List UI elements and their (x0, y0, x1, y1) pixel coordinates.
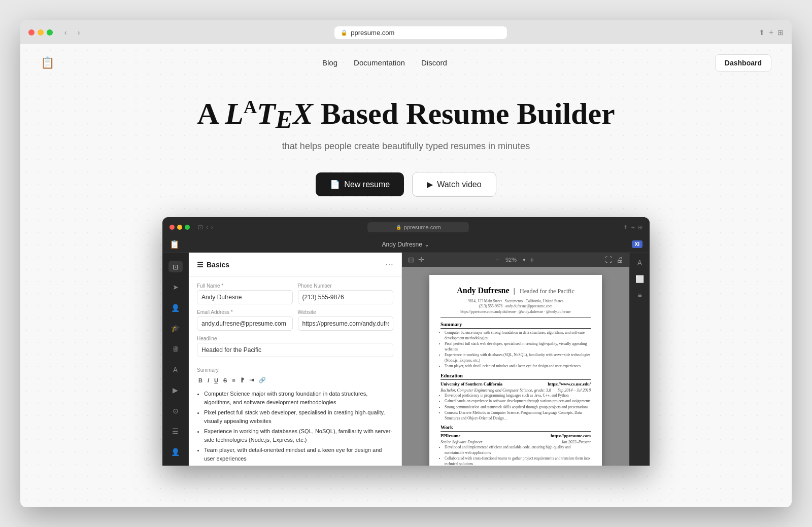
new-resume-label: New resume (344, 180, 390, 189)
fullscreen-icon[interactable]: ⛶ (605, 256, 612, 264)
maximize-button[interactable] (47, 29, 53, 36)
headline-input[interactable] (197, 343, 393, 357)
inner-sidebar: ⊡ ➤ 👤 🎓 🖥 A ▶ ⊙ ☰ 👤 (162, 253, 189, 466)
latex-text: LATEX (225, 97, 313, 130)
sidebar-send-icon[interactable]: ➤ (168, 282, 183, 293)
summary-item: Experience in working with databases (SQ… (204, 427, 393, 444)
traffic-lights (28, 29, 53, 36)
browser-chrome: ‹ › 🔒 ppresume.com ⬆ + ⊞ (20, 20, 792, 44)
right-square-icon[interactable]: ⬜ (635, 275, 644, 283)
lock-icon: 🔒 (341, 29, 348, 36)
preview-toolbar: ⊡ ✛ − 92% ▾ + ⛶ 🖨 (402, 253, 629, 267)
sidebar-education-icon[interactable]: 🎓 (168, 323, 183, 334)
share-icon[interactable]: ⬆ (759, 28, 765, 37)
bold-button[interactable]: B (197, 376, 204, 384)
hero-subtitle: that helps people create beautifully typ… (30, 141, 782, 152)
phone-input[interactable] (298, 290, 394, 304)
section-title: ☰ Basics (197, 261, 229, 269)
right-toolbar: A ⬜ ≡ (629, 253, 650, 466)
indent-button[interactable]: ⇥ (248, 376, 255, 384)
resume-separator: | (514, 287, 517, 295)
sidebar-groups-icon[interactable]: ⊙ (168, 405, 183, 416)
preview-page-icon[interactable]: ⊡ (408, 256, 414, 264)
full-name-field: Full Name * (197, 283, 293, 304)
browser-controls: ‹ › (61, 28, 83, 37)
resume-education-title: Education (441, 372, 591, 380)
resume-links: https://ppresume.com/andy.dufresne · @an… (441, 309, 591, 315)
watch-video-button[interactable]: ▶ Watch video (412, 172, 496, 197)
site-nav: 📋 Blog Documentation Discord Dashboard (20, 44, 792, 82)
inner-close (170, 225, 175, 230)
hero-section: A LATEX Based Resume Builder that helps … (20, 82, 792, 218)
right-list-icon[interactable]: ≡ (637, 291, 641, 299)
inner-url: ppresume.com (404, 224, 441, 230)
resume-address: 9814, 123 Main Street · Sacramento · Cal… (441, 299, 591, 304)
sidebar-people-icon[interactable]: 👤 (168, 302, 183, 313)
close-button[interactable] (28, 29, 35, 36)
phone-label: Phone Number (298, 283, 394, 289)
resume-summary-title: Summary (441, 321, 591, 329)
inner-address-bar: 🔒 ppresume.com (367, 222, 469, 232)
more-icon[interactable]: ⋯ (385, 260, 393, 269)
ordered-list-button[interactable]: ⁋ (239, 376, 246, 384)
play-icon: ▶ (427, 180, 433, 189)
print-icon[interactable]: 🖨 (616, 256, 623, 264)
website-input[interactable] (298, 317, 394, 331)
name-phone-row: Full Name * Phone Number (197, 283, 393, 304)
website-label: Website (298, 309, 394, 315)
address-bar[interactable]: 🔒 ppresume.com (334, 26, 507, 39)
underline-button[interactable]: U (213, 376, 220, 384)
email-label: Email Address * (197, 309, 293, 315)
inner-traffic-lights (170, 225, 190, 230)
back-button[interactable]: ‹ (61, 28, 70, 37)
editor-panel: ☰ Basics ⋯ Full Name * Phone Nu (189, 253, 402, 466)
sidebar-screen-icon[interactable]: 🖥 (168, 343, 183, 355)
dashboard-button[interactable]: Dashboard (715, 54, 771, 72)
basics-icon: ☰ (197, 261, 204, 269)
sidebar-lang-icon[interactable]: A (168, 364, 183, 375)
resume-work-bullets: Developed and implemented efficient and … (445, 445, 591, 466)
summary-item: Team player, with detail-oriented mindse… (204, 446, 393, 463)
resume-summary-list: Computer Science major with strong found… (445, 330, 591, 369)
sidebar-user-icon[interactable]: 👤 (168, 446, 183, 458)
full-name-input[interactable] (197, 290, 293, 304)
zoom-dropdown-icon[interactable]: ▾ (523, 257, 526, 263)
email-input[interactable] (197, 317, 293, 331)
preview-move-icon[interactable]: ✛ (418, 256, 424, 264)
link-button[interactable]: 🔗 (257, 376, 267, 384)
summary-content[interactable]: Computer Science major with strong found… (197, 388, 393, 466)
editor-header: ☰ Basics ⋯ (189, 253, 401, 277)
grid-icon[interactable]: ⊞ (777, 28, 784, 37)
browser-toolbar: ‹ › 🔒 ppresume.com ⬆ + ⊞ (28, 26, 784, 44)
resume-summary-item: Team player, with detail-oriented mindse… (445, 364, 591, 369)
sidebar-list-icon[interactable]: ☰ (168, 426, 183, 437)
zoom-out-icon[interactable]: − (495, 256, 499, 264)
right-text-icon[interactable]: A (637, 259, 642, 267)
hero-title-pre: A (197, 97, 225, 130)
list-button[interactable]: ≡ (230, 376, 236, 384)
new-tab-icon[interactable]: + (769, 28, 773, 37)
nav-documentation[interactable]: Documentation (354, 58, 405, 67)
nav-links: Blog Documentation Discord (322, 58, 447, 67)
phone-field: Phone Number (298, 283, 394, 304)
nav-discord[interactable]: Discord (421, 58, 447, 67)
preview-content: Andy Dufresne | Headed for the Pacific 9… (402, 267, 629, 466)
logo-icon: 📋 (41, 56, 54, 69)
minimize-button[interactable] (38, 29, 44, 36)
summary-label: Summary (197, 367, 393, 373)
sidebar-basics-icon[interactable]: ⊡ (168, 261, 183, 272)
nav-blog[interactable]: Blog (322, 58, 337, 67)
forward-button[interactable]: › (74, 28, 83, 37)
full-name-label: Full Name * (197, 283, 293, 289)
strikethrough-button[interactable]: S (222, 376, 228, 384)
italic-button[interactable]: I (206, 376, 211, 384)
sidebar-video-icon[interactable]: ▶ (168, 384, 183, 396)
new-resume-button[interactable]: 📄 New resume (316, 172, 404, 196)
browser-window: ‹ › 🔒 ppresume.com ⬆ + ⊞ 📋 (20, 20, 792, 507)
zoom-in-icon[interactable]: + (530, 256, 534, 264)
inner-lock-icon: 🔒 (396, 225, 401, 230)
resume-work-company: PPResume https://ppresume.com (441, 433, 591, 439)
inner-maximize (185, 225, 190, 230)
resume-headline: Headed for the Pacific (520, 288, 574, 295)
inner-browser-screenshot: ⊡ ‹ › 🔒 ppresume.com ⬆ + ⊞ (162, 217, 650, 466)
